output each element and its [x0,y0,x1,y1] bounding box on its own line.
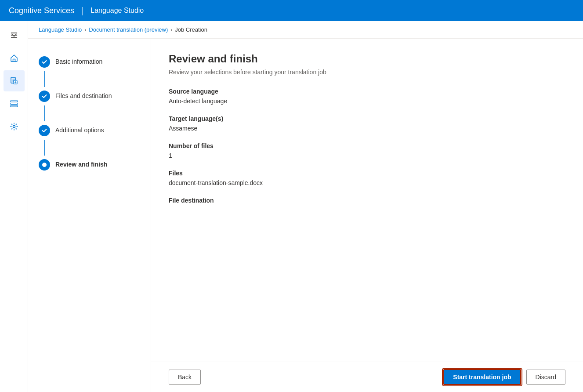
back-button[interactable]: Back [169,370,201,385]
breadcrumb-language-studio[interactable]: Language Studio [39,26,82,33]
review-panel: Review and finish Review your selections… [151,39,583,362]
target-languages-value: Assamese [169,125,565,132]
wizard-layout: Basic information Files and destination [28,39,583,392]
step-icon-additional-options [39,125,50,136]
list-nav-button[interactable] [4,93,25,114]
step-additional-options[interactable]: Additional options [39,121,140,140]
main-layout: Language Studio › Document translation (… [0,21,583,392]
document-translation-nav-button[interactable] [4,70,25,91]
step-label-files-destination: Files and destination [55,91,112,99]
svg-rect-4 [11,105,18,107]
number-of-files-value: 1 [169,152,565,159]
action-bar: Back Start translation job Discard [151,362,583,392]
wizard-steps: Basic information Files and destination [28,39,151,392]
files-value: document-translation-sample.docx [169,179,565,186]
source-language-label: Source language [169,88,565,95]
breadcrumb-job-creation: Job Creation [175,26,207,33]
step-icon-basic-information [39,56,50,68]
service-name: Cognitive Services [9,6,74,15]
breadcrumb-document-translation[interactable]: Document translation (preview) [89,26,168,33]
review-section-number-of-files: Number of files 1 [169,142,565,159]
file-destination-label: File destination [169,197,565,204]
number-of-files-label: Number of files [169,142,565,149]
expand-nav-button[interactable] [4,25,25,46]
step-basic-information[interactable]: Basic information [39,53,140,71]
start-translation-job-button[interactable]: Start translation job [443,369,521,385]
review-section-files: Files document-translation-sample.docx [169,170,565,186]
step-icon-files-destination [39,91,50,102]
review-section-source-language: Source language Auto-detect language [169,88,565,105]
svg-rect-3 [11,103,18,105]
icon-rail [0,21,28,392]
step-files-destination[interactable]: Files and destination [39,87,140,105]
files-label: Files [169,170,565,177]
step-connector-1 [44,71,45,87]
review-title: Review and finish [169,53,565,65]
breadcrumb-sep-1: › [84,27,86,33]
review-section-target-languages: Target language(s) Assamese [169,115,565,132]
step-label-basic-information: Basic information [55,56,102,65]
step-icon-review-finish [39,159,50,171]
step-label-additional-options: Additional options [55,125,104,134]
discard-button[interactable]: Discard [526,370,565,385]
right-panel: Review and finish Review your selections… [151,39,583,392]
header-divider: | [81,6,83,16]
breadcrumb-sep-2: › [170,27,172,33]
review-section-file-destination: File destination [169,197,565,207]
step-review-finish[interactable]: Review and finish [39,156,140,174]
target-languages-label: Target language(s) [169,115,565,122]
source-language-value: Auto-detect language [169,98,565,105]
home-nav-button[interactable] [4,47,25,69]
svg-rect-2 [11,101,18,102]
content-area: Language Studio › Document translation (… [28,21,583,392]
studio-name: Language Studio [91,7,144,15]
top-header: Cognitive Services | Language Studio [0,0,583,21]
svg-point-5 [13,126,15,128]
settings-nav-button[interactable] [4,116,25,137]
breadcrumb: Language Studio › Document translation (… [28,21,583,39]
review-subtitle: Review your selections before starting y… [169,69,565,76]
step-label-review-finish: Review and finish [55,159,107,168]
step-connector-3 [44,140,45,156]
step-connector-2 [44,105,45,121]
